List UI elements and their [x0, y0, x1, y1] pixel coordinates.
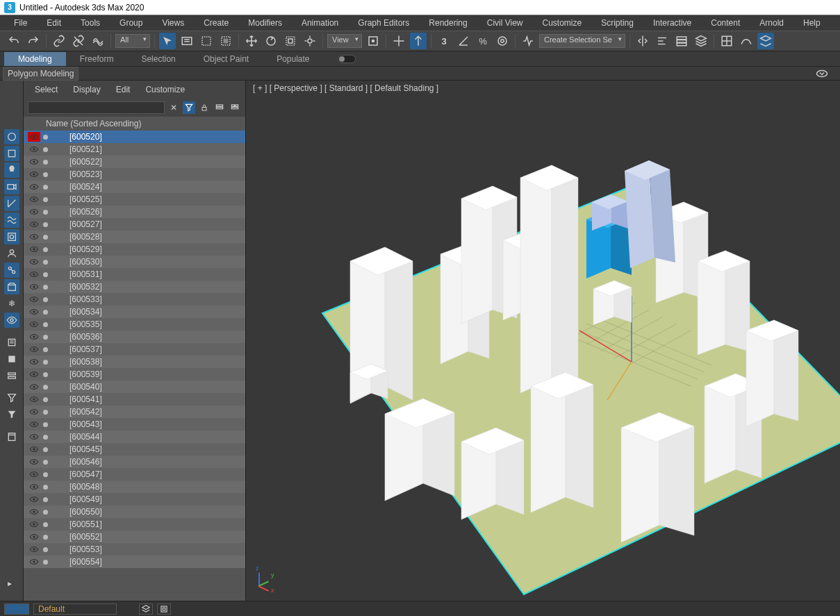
list-item[interactable]: [600551]: [24, 518, 245, 531]
select-manipulate-button[interactable]: [390, 33, 407, 49]
list-item[interactable]: [600552]: [24, 531, 245, 543]
ribbon-toggle-icon[interactable]: [814, 65, 830, 82]
filter-funnel2-icon[interactable]: [4, 407, 19, 422]
menu-create[interactable]: Create: [194, 16, 238, 30]
visibility-eye-icon[interactable]: [28, 557, 40, 567]
filter-container-icon[interactable]: [4, 279, 19, 294]
list-item[interactable]: [600547]: [24, 468, 245, 481]
freeze-dot-icon[interactable]: [40, 282, 50, 292]
visibility-eye-icon[interactable]: [28, 332, 40, 342]
coord-system-dropdown[interactable]: View: [327, 34, 362, 48]
snap-toggle-button[interactable]: 3: [436, 33, 452, 49]
viewport-label[interactable]: [ + ] [ Perspective ] [ Standard ] [ Def…: [253, 83, 438, 93]
menu-interactive[interactable]: Interactive: [643, 16, 701, 30]
menu-rendering[interactable]: Rendering: [419, 16, 477, 30]
status-isolate-icon[interactable]: [157, 603, 171, 615]
visibility-eye-icon[interactable]: [28, 344, 40, 354]
status-layers-icon[interactable]: [139, 603, 153, 615]
ribbon-tab-object-paint[interactable]: Object Paint: [190, 52, 263, 66]
visibility-eye-icon[interactable]: [28, 532, 40, 542]
freeze-dot-icon[interactable]: [40, 457, 50, 467]
filter-shape-icon[interactable]: [4, 146, 19, 161]
visibility-eye-icon[interactable]: [28, 294, 40, 304]
filter-bone-icon[interactable]: [4, 263, 19, 278]
list-item[interactable]: [600553]: [24, 543, 245, 556]
edit-selection-set-button[interactable]: [520, 33, 536, 49]
explorer-column-header[interactable]: Name (Sorted Ascending): [24, 117, 245, 131]
freeze-dot-icon[interactable]: [40, 357, 50, 367]
freeze-dot-icon[interactable]: [40, 332, 50, 342]
ribbon-tab-selection[interactable]: Selection: [127, 52, 189, 66]
visibility-eye-icon[interactable]: [28, 182, 40, 192]
display-all-icon[interactable]: [4, 335, 19, 350]
list-item[interactable]: [600532]: [24, 281, 245, 293]
visibility-eye-icon[interactable]: [28, 132, 40, 142]
visibility-eye-icon[interactable]: [28, 382, 40, 392]
visibility-eye-icon[interactable]: [28, 482, 40, 492]
menu-modifiers[interactable]: Modifiers: [238, 16, 292, 30]
menu-file[interactable]: File: [4, 16, 37, 30]
freeze-dot-icon[interactable]: [40, 207, 50, 217]
filter-geom-icon[interactable]: [4, 129, 19, 144]
freeze-dot-icon[interactable]: [40, 394, 50, 404]
invert-display-icon[interactable]: [4, 368, 19, 383]
freeze-dot-icon[interactable]: [40, 169, 50, 179]
freeze-dot-icon[interactable]: [40, 444, 50, 454]
list-item[interactable]: [600541]: [24, 393, 245, 406]
visibility-eye-icon[interactable]: [28, 507, 40, 517]
menu-tools[interactable]: Tools: [71, 16, 110, 30]
list-item[interactable]: [600554]: [24, 556, 245, 568]
filter-group-icon[interactable]: [4, 229, 19, 244]
visibility-eye-icon[interactable]: [28, 319, 40, 329]
menu-arnold[interactable]: Arnold: [750, 16, 793, 30]
list-item[interactable]: [600550]: [24, 506, 245, 518]
list-item[interactable]: [600540]: [24, 381, 245, 393]
freeze-dot-icon[interactable]: [40, 519, 50, 529]
select-object-button[interactable]: [159, 33, 176, 49]
ribbon-tab-populate[interactable]: Populate: [263, 52, 323, 66]
viewport[interactable]: [ + ] [ Perspective ] [ Standard ] [ Def…: [246, 81, 840, 601]
visibility-eye-icon[interactable]: [28, 407, 40, 417]
selection-filter-dropdown[interactable]: All: [115, 34, 150, 48]
menu-animation[interactable]: Animation: [292, 16, 348, 30]
rect-region-button[interactable]: [198, 33, 215, 49]
freeze-dot-icon[interactable]: [40, 157, 50, 167]
toggle-layer-button[interactable]: [693, 33, 709, 49]
visibility-eye-icon[interactable]: [28, 219, 40, 229]
list-item[interactable]: [600535]: [24, 318, 245, 331]
explorer-search-input[interactable]: [28, 101, 165, 114]
list-item[interactable]: [600521]: [24, 143, 245, 156]
filter-helper-icon[interactable]: [4, 196, 19, 211]
list-item[interactable]: [600549]: [24, 493, 245, 506]
list-item[interactable]: [600538]: [24, 356, 245, 368]
scale-button[interactable]: [282, 33, 299, 49]
list-item[interactable]: [600542]: [24, 406, 245, 418]
visibility-eye-icon[interactable]: [28, 494, 40, 504]
status-color-swatch[interactable]: [4, 603, 29, 615]
window-crossing-button[interactable]: [217, 33, 234, 49]
percent-snap-button[interactable]: %: [475, 33, 491, 49]
visibility-eye-icon[interactable]: [28, 544, 40, 554]
selection-set-dropdown[interactable]: Create Selection Se: [539, 34, 625, 48]
freeze-dot-icon[interactable]: [40, 382, 50, 392]
link-button[interactable]: [51, 33, 67, 49]
menu-civil-view[interactable]: Civil View: [477, 16, 533, 30]
layer-explorer-button[interactable]: [673, 33, 690, 49]
clear-search-icon[interactable]: ✕: [167, 101, 180, 114]
visibility-eye-icon[interactable]: [28, 469, 40, 479]
freeze-dot-icon[interactable]: [40, 344, 50, 354]
list-item[interactable]: [600539]: [24, 368, 245, 381]
visibility-eye-icon[interactable]: [28, 269, 40, 279]
menu-scripting[interactable]: Scripting: [591, 16, 643, 30]
move-button[interactable]: [243, 33, 260, 49]
lock-icon[interactable]: [198, 101, 211, 114]
freeze-dot-icon[interactable]: [40, 532, 50, 542]
filter-selection-icon[interactable]: [183, 101, 195, 114]
menu-help[interactable]: Help: [793, 16, 830, 30]
use-center-button[interactable]: [365, 33, 381, 49]
list-item[interactable]: [600546]: [24, 456, 245, 468]
freeze-dot-icon[interactable]: [40, 144, 50, 154]
filter-spacewarp-icon[interactable]: [4, 213, 19, 228]
freeze-dot-icon[interactable]: [40, 219, 50, 229]
workspace-icon[interactable]: [4, 429, 19, 444]
